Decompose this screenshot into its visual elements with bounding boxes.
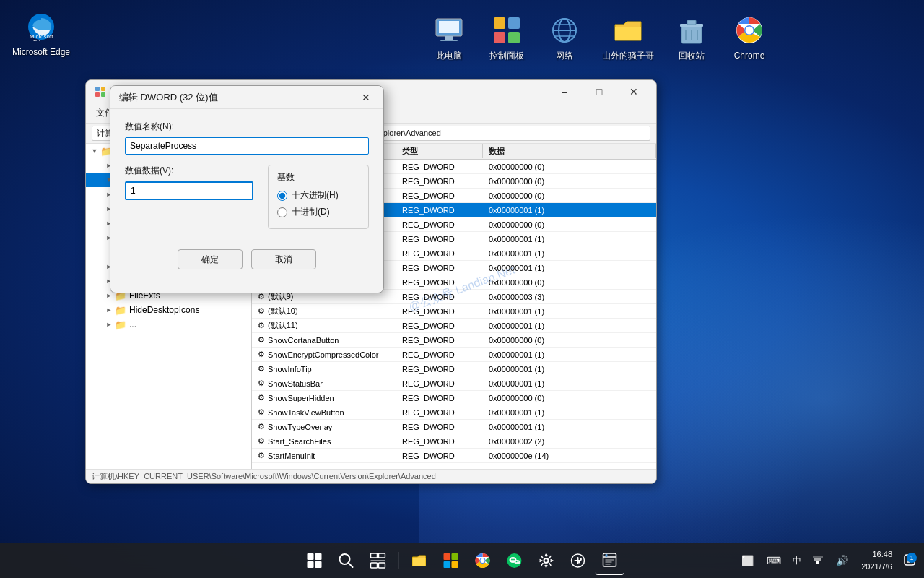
value-cell-data-5: 0x00000001 (1) <box>483 234 656 244</box>
value-cell-type-5: REG_DWORD <box>396 234 483 244</box>
svg-point-51 <box>513 559 515 561</box>
col-type-header[interactable]: 类型 <box>396 144 483 158</box>
desktop: Microsoft Edge Microsoft Edge 此电脑 <box>0 0 924 578</box>
svg-point-56 <box>580 558 582 561</box>
value-cell-name-19: ⚙Start_SearchFiles <box>252 436 396 447</box>
value-row-11[interactable]: ⚙(默认11)REG_DWORD0x00000001 (1) <box>252 319 656 333</box>
network-icon <box>547 13 582 48</box>
tree-item-more[interactable]: ► 📁 ... <box>86 317 251 332</box>
desktop-icon-this-pc[interactable]: 此电脑 <box>420 7 478 68</box>
data-value-input[interactable] <box>125 181 253 200</box>
value-cell-data-16: 0x00000000 (0) <box>483 393 656 403</box>
desktop-icon-chrome[interactable]: Chrome <box>720 7 778 68</box>
regedit-taskbar-button[interactable] <box>596 546 624 575</box>
volume-icon[interactable]: 🔊 <box>832 552 853 569</box>
svg-rect-43 <box>452 561 458 568</box>
svg-rect-41 <box>452 553 458 560</box>
reg-value-icon-17: ⚙ <box>258 407 265 417</box>
tree-item-hidedesktopicons[interactable]: ► 📁 HideDesktopIcons <box>86 303 251 317</box>
dialog-titlebar[interactable]: 编辑 DWORD (32 位)值 ✕ <box>110 86 383 109</box>
svg-point-50 <box>511 559 513 561</box>
maximize-button[interactable]: □ <box>583 80 616 103</box>
cancel-button[interactable]: 取消 <box>251 249 316 269</box>
value-row-12[interactable]: ⚙ShowCortanaButtonREG_DWORD0x00000000 (0… <box>252 333 656 348</box>
hidedesktopicons-expander: ► <box>103 304 115 316</box>
value-row-20[interactable]: ⚙StartMenuInitREG_DWORD0x0000000e (14) <box>252 449 656 463</box>
value-name-text-19: Start_SearchFiles <box>268 437 331 446</box>
value-cell-type-8: REG_DWORD <box>396 277 483 288</box>
value-cell-type-0: REG_DWORD <box>396 162 483 172</box>
value-row-14[interactable]: ⚙ShowInfoTipREG_DWORD0x00000001 (1) <box>252 362 656 376</box>
desktop-icon-control-panel[interactable]: 控制面板 <box>478 7 536 68</box>
close-button[interactable]: ✕ <box>617 80 650 103</box>
value-row-18[interactable]: ⚙ShowTypeOverlayREG_DWORD0x00000001 (1) <box>252 420 656 434</box>
value-cell-data-7: 0x00000001 (1) <box>483 263 656 273</box>
dialog-close-button[interactable]: ✕ <box>354 89 378 106</box>
game-bar-button[interactable] <box>564 546 593 575</box>
svg-rect-30 <box>315 553 322 560</box>
more-expander: ► <box>103 319 115 330</box>
reg-value-icon-12: ⚙ <box>258 335 265 345</box>
lang-indicator[interactable]: 中 <box>790 553 804 569</box>
regedit-title-icon <box>95 86 106 98</box>
value-row-17[interactable]: ⚙ShowTaskViewButtonREG_DWORD0x00000001 (… <box>252 405 656 420</box>
keyboard-icon[interactable]: ⌨ <box>762 552 785 569</box>
svg-line-34 <box>349 563 353 567</box>
value-cell-type-2: REG_DWORD <box>396 191 483 201</box>
desktop-icon-shanwai[interactable]: 山外的骚子哥 <box>593 7 663 68</box>
status-bar: 计算机\HKEY_CURRENT_USER\Software\Microsoft… <box>86 469 656 483</box>
value-name-text-16: ShowSuperHidden <box>268 394 334 402</box>
more-folder-icon: 📁 <box>115 319 126 329</box>
ok-button[interactable]: 确定 <box>178 249 243 269</box>
col-data-header[interactable]: 数据 <box>483 144 656 158</box>
status-text: 计算机\HKEY_CURRENT_USER\Software\Microsoft… <box>92 472 436 480</box>
reg-value-icon-13: ⚙ <box>258 350 265 359</box>
value-row-10[interactable]: ⚙(默认10)REG_DWORD0x00000001 (1) <box>252 304 656 319</box>
network-sys-icon[interactable] <box>808 552 827 570</box>
svg-rect-26 <box>101 87 105 91</box>
search-taskbar-button[interactable] <box>332 546 361 575</box>
taskbar-date[interactable]: 2021/7/6 <box>857 558 897 575</box>
minimize-button[interactable]: – <box>548 80 581 103</box>
start-button[interactable] <box>300 546 329 575</box>
notification-center[interactable]: 1 <box>901 551 918 570</box>
file-explorer-button[interactable] <box>405 546 434 575</box>
base-title: 基数 <box>277 171 359 184</box>
value-cell-data-15: 0x00000001 (1) <box>483 379 656 389</box>
value-cell-data-18: 0x00000001 (1) <box>483 422 656 432</box>
value-row-15[interactable]: ⚙ShowStatusBarREG_DWORD0x00000001 (1) <box>252 376 656 391</box>
value-cell-type-17: REG_DWORD <box>396 407 483 418</box>
value-row-13[interactable]: ⚙ShowEncryptCompressedColorREG_DWORD0x00… <box>252 348 656 362</box>
value-name-text-11: (默认11) <box>268 320 298 331</box>
value-row-19[interactable]: ⚙Start_SearchFilesREG_DWORD0x00000002 (2… <box>252 434 656 449</box>
value-name-text-20: StartMenuInit <box>268 452 315 460</box>
value-cell-type-7: REG_DWORD <box>396 263 483 273</box>
dialog-title: 编辑 DWORD (32 位)值 <box>119 91 375 104</box>
desktop-icon-recycle[interactable]: 回收站 <box>663 7 720 68</box>
settings-button[interactable] <box>532 546 561 575</box>
reg-value-icon-19: ⚙ <box>258 436 265 446</box>
store-button[interactable] <box>437 546 466 575</box>
window-controls: – □ ✕ <box>548 80 650 103</box>
this-pc-label: 此电脑 <box>436 51 462 62</box>
screen-icon[interactable]: ⬜ <box>737 552 758 569</box>
taskbar-separator-1 <box>398 552 399 569</box>
value-row-16[interactable]: ⚙ShowSuperHiddenREG_DWORD0x00000000 (0) <box>252 391 656 405</box>
hex-radio[interactable] <box>277 191 287 201</box>
svg-rect-64 <box>816 561 819 564</box>
value-cell-type-1: REG_DWORD <box>396 176 483 186</box>
task-view-button[interactable] <box>364 546 393 575</box>
svg-rect-35 <box>371 553 378 558</box>
hidedesktopicons-label: HideDesktopIcons <box>129 305 199 315</box>
name-value-input[interactable] <box>125 137 369 155</box>
dec-radio-option[interactable]: 十进制(D) <box>277 206 359 218</box>
dec-radio[interactable] <box>277 207 287 217</box>
chrome-taskbar-button[interactable] <box>468 546 497 575</box>
desktop-icon-network[interactable]: 网络 <box>536 7 593 68</box>
wechat-button[interactable] <box>500 546 529 575</box>
hex-radio-option[interactable]: 十六进制(H) <box>277 189 359 202</box>
svg-rect-42 <box>444 561 450 568</box>
value-cell-name-14: ⚙ShowInfoTip <box>252 363 396 374</box>
value-name-text-13: ShowEncryptCompressedColor <box>268 350 378 359</box>
hex-label: 十六进制(H) <box>292 189 339 202</box>
